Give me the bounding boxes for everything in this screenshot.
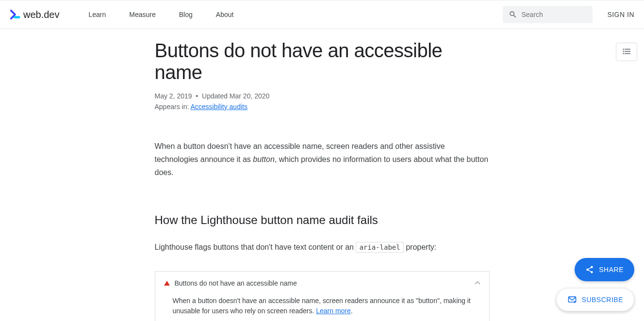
page-meta: May 2, 2019 • Updated Mar 20, 2020: [155, 92, 490, 100]
intro-paragraph: When a button doesn't have an accessible…: [155, 140, 490, 179]
nav-blog[interactable]: Blog: [179, 11, 193, 18]
warning-icon: [164, 281, 170, 286]
logo-text: web.dev: [23, 9, 60, 20]
share-label: SHARE: [599, 266, 624, 273]
audit-title: Buttons do not have an accessible name: [175, 279, 297, 287]
updated-date: Updated Mar 20, 2020: [202, 92, 269, 100]
search-input[interactable]: [521, 11, 587, 18]
appears-in-link[interactable]: Accessibility audits: [190, 103, 248, 111]
section-text: Lighthouse flags buttons that don't have…: [155, 241, 490, 254]
nav-about[interactable]: About: [216, 11, 234, 18]
appears-in-label: Appears in:: [155, 103, 189, 111]
fab-container: SHARE SUBSCRIBE: [556, 258, 634, 311]
code-inline: aria-label: [356, 242, 403, 253]
mail-icon: [567, 295, 577, 305]
lighthouse-audit-box: Buttons do not have an accessible name W…: [155, 271, 490, 321]
svg-rect-3: [625, 51, 630, 52]
svg-point-2: [623, 51, 624, 52]
signin-button[interactable]: SIGN IN: [607, 11, 634, 18]
list-icon: [623, 48, 630, 56]
section-heading: How the Lighthouse button name audit fai…: [155, 213, 490, 227]
svg-rect-5: [625, 53, 630, 54]
subscribe-button[interactable]: SUBSCRIBE: [556, 288, 634, 311]
webdev-logo-icon: [10, 9, 20, 20]
appears-in: Appears in: Accessibility audits: [155, 103, 490, 111]
nav-learn[interactable]: Learn: [89, 11, 106, 18]
audit-header[interactable]: Buttons do not have an accessible name: [164, 279, 480, 287]
svg-point-0: [623, 48, 624, 49]
nav-measure[interactable]: Measure: [129, 11, 155, 18]
search-icon: [509, 10, 517, 19]
publish-date: May 2, 2019: [155, 92, 192, 100]
search-box[interactable]: [503, 6, 593, 23]
site-header: web.dev Learn Measure Blog About SIGN IN: [0, 0, 644, 29]
learn-more-link[interactable]: Learn more: [316, 307, 351, 315]
header-right: SIGN IN: [503, 6, 634, 23]
toc-button[interactable]: [616, 43, 637, 61]
share-button[interactable]: SHARE: [575, 258, 634, 281]
primary-nav: Learn Measure Blog About: [89, 11, 234, 18]
share-icon: [585, 265, 594, 274]
svg-rect-1: [625, 49, 630, 50]
logo[interactable]: web.dev: [10, 9, 60, 20]
audit-description: When a button doesn't have an accessible…: [173, 296, 472, 316]
subscribe-label: SUBSCRIBE: [582, 296, 623, 304]
chevron-up-icon: [475, 280, 480, 287]
svg-point-4: [623, 53, 624, 54]
page-title: Buttons do not have an accessible name: [155, 40, 490, 83]
main-content: Buttons do not have an accessible name M…: [145, 29, 499, 321]
